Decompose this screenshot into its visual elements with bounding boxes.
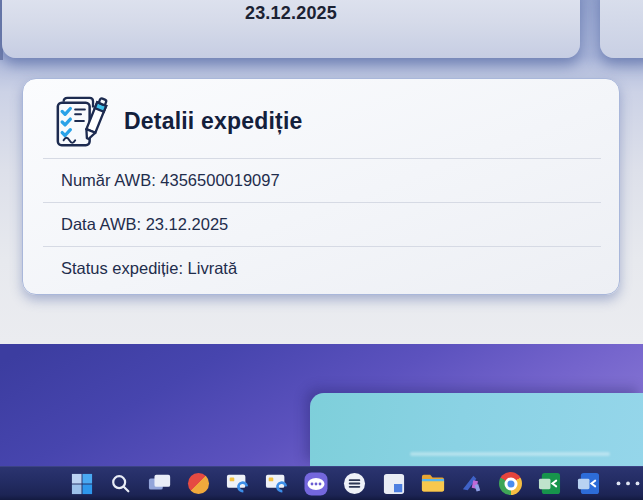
notes-app-button[interactable] (380, 470, 407, 498)
folder-icon (421, 473, 445, 493)
sync-card-icon (265, 473, 289, 493)
sync-card-app-button[interactable] (224, 470, 251, 498)
date-card: 23.12.2025 (2, 0, 580, 58)
chrome-icon (499, 472, 522, 495)
shipment-status-row: Status expediție: Livrată (43, 246, 601, 290)
notes-square-icon (383, 473, 405, 495)
task-view-icon (148, 473, 172, 493)
sheet-blue-app-button[interactable] (575, 470, 602, 498)
desktop-background (0, 344, 643, 466)
sheet-blue-icon (577, 472, 600, 495)
ellipsis-icon (615, 480, 641, 487)
task-view-button[interactable] (146, 470, 173, 498)
sheet-green-icon (538, 472, 561, 495)
chat-dots-icon (304, 472, 328, 496)
list-circle-app-button[interactable] (341, 470, 368, 498)
awb-date-row: Data AWB: 23.12.2025 (43, 202, 601, 246)
chrome-button[interactable] (497, 470, 524, 498)
clipboard-pen-icon (51, 95, 109, 149)
date-label: 23.12.2025 (2, 3, 580, 24)
background-window[interactable] (310, 393, 643, 466)
sync-card-app-2-button[interactable] (263, 470, 290, 498)
card-title: Detalii expediție (124, 108, 303, 135)
color-circle-icon (187, 472, 210, 495)
shipment-details-card: Detalii expediție Număr AWB: 43565000190… (22, 78, 620, 295)
color-circle-app-button[interactable] (185, 470, 212, 498)
awb-number-row: Număr AWB: 4356500019097 (43, 158, 601, 202)
windows-logo-icon (71, 473, 93, 495)
side-card (600, 0, 643, 58)
taskbar (0, 466, 643, 500)
tools-app-button[interactable] (458, 470, 485, 498)
sheet-green-app-button[interactable] (536, 470, 563, 498)
chat-dots-app-button[interactable] (302, 470, 329, 498)
sync-card-icon (226, 473, 250, 493)
search-icon (110, 473, 132, 495)
app-window: 23.12.2025 (0, 0, 643, 344)
list-circle-icon (343, 472, 366, 495)
taskbar-more-button[interactable] (614, 470, 641, 498)
file-explorer-button[interactable] (419, 470, 446, 498)
card-header: Detalii expediție (23, 79, 619, 158)
screen: 23.12.2025 (0, 0, 643, 500)
start-button[interactable] (68, 470, 95, 498)
tools-app-icon (460, 472, 483, 495)
search-button[interactable] (107, 470, 134, 498)
